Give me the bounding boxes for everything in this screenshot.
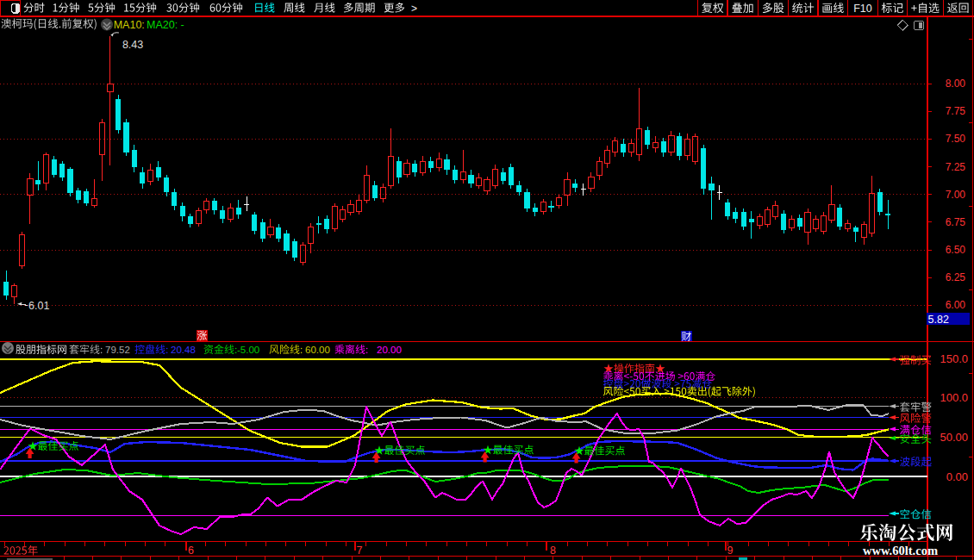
svg-text:6.25: 6.25 — [946, 271, 966, 283]
svg-text:50.00: 50.00 — [940, 431, 968, 444]
svg-text:60.00: 60.00 — [305, 345, 330, 355]
svg-text:7: 7 — [357, 544, 363, 557]
svg-text:6: 6 — [188, 544, 194, 557]
svg-text:7.50: 7.50 — [946, 133, 966, 145]
svg-text:>: > — [411, 3, 417, 15]
svg-text:20.48: 20.48 — [171, 345, 196, 355]
svg-text:0.00: 0.00 — [946, 470, 968, 483]
svg-text:MA10:: MA10: — [114, 19, 145, 31]
svg-text:20.00: 20.00 — [377, 345, 402, 355]
svg-text:8: 8 — [550, 544, 556, 557]
svg-text:7.25: 7.25 — [946, 161, 966, 173]
svg-text:9: 9 — [727, 544, 734, 557]
svg-text:6.00: 6.00 — [946, 299, 966, 311]
svg-text:F10: F10 — [853, 3, 872, 15]
svg-text:www.60lt.com: www.60lt.com — [863, 544, 938, 557]
svg-text:100.0: 100.0 — [940, 391, 968, 404]
svg-text:150.0: 150.0 — [940, 352, 968, 365]
svg-text:6.50: 6.50 — [946, 244, 966, 256]
svg-text:MA20: -: MA20: - — [147, 19, 184, 31]
svg-text:79.52: 79.52 — [105, 345, 130, 355]
svg-text:7.00: 7.00 — [946, 189, 966, 201]
svg-text:-5.00: -5.00 — [237, 345, 259, 355]
svg-text:8.43: 8.43 — [122, 39, 143, 51]
svg-text:8.00: 8.00 — [946, 78, 966, 90]
svg-text:7.75: 7.75 — [946, 105, 966, 117]
svg-text:6.01: 6.01 — [28, 300, 49, 312]
svg-text:6.75: 6.75 — [946, 216, 966, 228]
svg-text:5.82: 5.82 — [928, 314, 949, 326]
